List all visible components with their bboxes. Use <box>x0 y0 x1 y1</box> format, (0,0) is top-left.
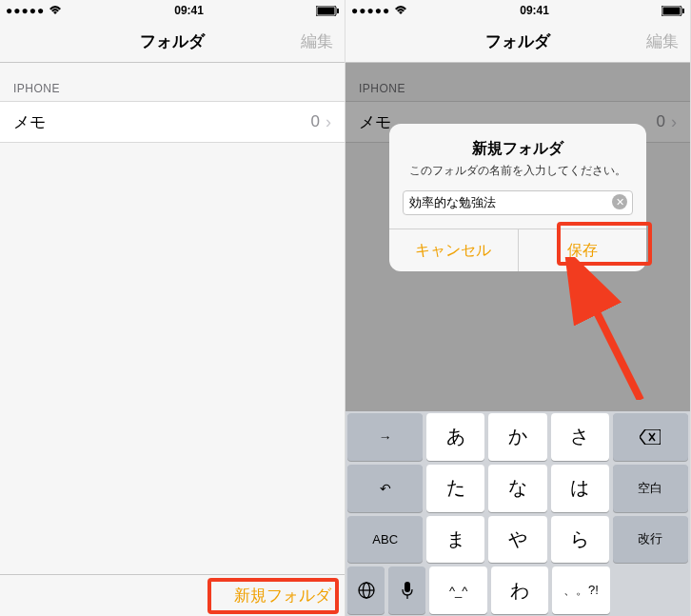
key-emoji[interactable]: ^_^ <box>429 566 486 614</box>
nav-bar: フォルダ 編集 <box>346 21 690 63</box>
section-header: IPHONE <box>0 63 345 101</box>
kb-row-4: ^_^ わ 、。?! <box>346 565 690 616</box>
key-undo[interactable]: ↶ <box>347 465 423 512</box>
key-punct[interactable]: 、。?! <box>552 566 609 614</box>
clock: 09:41 <box>520 4 549 17</box>
key-ra[interactable]: ら <box>551 516 609 564</box>
battery-icon <box>316 6 339 16</box>
page-title: フォルダ <box>140 30 205 52</box>
key-globe[interactable] <box>347 566 385 614</box>
key-abc[interactable]: ABC <box>347 516 423 564</box>
key-return[interactable]: 改行 <box>613 516 688 564</box>
sb-left: ●●●●● <box>351 4 407 17</box>
status-bar: ●●●●● 09:41 <box>0 0 345 21</box>
key-ta[interactable]: た <box>426 465 484 512</box>
cancel-button[interactable]: キャンセル <box>389 229 519 271</box>
toolbar: 新規フォルダ <box>0 574 345 616</box>
row-label: メモ <box>13 111 311 133</box>
screen-right: ●●●●● 09:41 フォルダ 編集 IPHONE メモ 0 › 新規フォルダ… <box>346 0 691 616</box>
svg-rect-2 <box>337 9 339 13</box>
key-na[interactable]: な <box>488 465 546 512</box>
key-ma[interactable]: ま <box>426 516 484 564</box>
svg-rect-5 <box>682 9 684 13</box>
clock: 09:41 <box>174 4 204 17</box>
key-backspace[interactable] <box>613 413 688 461</box>
wifi-icon <box>49 6 62 15</box>
svg-rect-11 <box>405 582 410 592</box>
kb-row-2: ↶ た な は 空白 <box>346 463 690 514</box>
alert-input-wrap: ✕ <box>389 190 646 229</box>
alert-buttons: キャンセル 保存 <box>389 229 646 271</box>
key-wa[interactable]: わ <box>491 566 548 614</box>
save-button[interactable]: 保存 <box>519 229 647 271</box>
chevron-right-icon: › <box>326 112 331 132</box>
key-next-candidate[interactable]: → <box>347 413 423 461</box>
key-ha[interactable]: は <box>551 465 609 512</box>
sb-right <box>661 6 684 16</box>
key-a[interactable]: あ <box>426 413 484 461</box>
backspace-icon <box>640 429 661 445</box>
key-space[interactable]: 空白 <box>613 465 688 512</box>
sb-left: ●●●●● <box>6 4 62 17</box>
keyboard: → あ か さ ↶ た な は 空白 ABC ま や ら 改行 <box>346 411 690 616</box>
globe-icon <box>358 582 375 599</box>
nav-bar: フォルダ 編集 <box>0 21 345 63</box>
sb-right <box>316 6 339 16</box>
row-count: 0 <box>311 112 320 131</box>
svg-rect-4 <box>662 7 680 14</box>
signal-dots-icon: ●●●●● <box>6 4 45 17</box>
screen-left: ●●●●● 09:41 フォルダ 編集 IPHONE メモ 0 › 新規フォルダ <box>0 0 346 616</box>
edit-button[interactable]: 編集 <box>301 30 333 52</box>
wifi-icon <box>394 6 407 15</box>
new-folder-button[interactable]: 新規フォルダ <box>234 585 331 606</box>
edit-button[interactable]: 編集 <box>646 30 679 52</box>
battery-icon <box>661 6 684 16</box>
page-title: フォルダ <box>485 30 550 52</box>
mic-icon <box>402 582 413 599</box>
key-sa[interactable]: さ <box>551 413 609 461</box>
folder-name-input[interactable] <box>403 190 633 215</box>
alert-title: 新規フォルダ <box>389 124 646 163</box>
kb-row-3: ABC ま や ら 改行 <box>346 514 690 566</box>
folder-row-memo[interactable]: メモ 0 › <box>0 101 345 143</box>
key-mic[interactable] <box>388 566 425 614</box>
new-folder-alert: 新規フォルダ このフォルダの名前を入力してください。 ✕ キャンセル 保存 <box>389 124 646 271</box>
clear-input-icon[interactable]: ✕ <box>612 194 627 209</box>
status-bar: ●●●●● 09:41 <box>346 0 690 21</box>
key-ya[interactable]: や <box>488 516 546 564</box>
svg-rect-1 <box>317 7 334 14</box>
signal-dots-icon: ●●●●● <box>351 4 390 17</box>
alert-message: このフォルダの名前を入力してください。 <box>389 163 646 190</box>
key-ka[interactable]: か <box>488 413 546 461</box>
kb-row-1: → あ か さ <box>346 411 690 463</box>
